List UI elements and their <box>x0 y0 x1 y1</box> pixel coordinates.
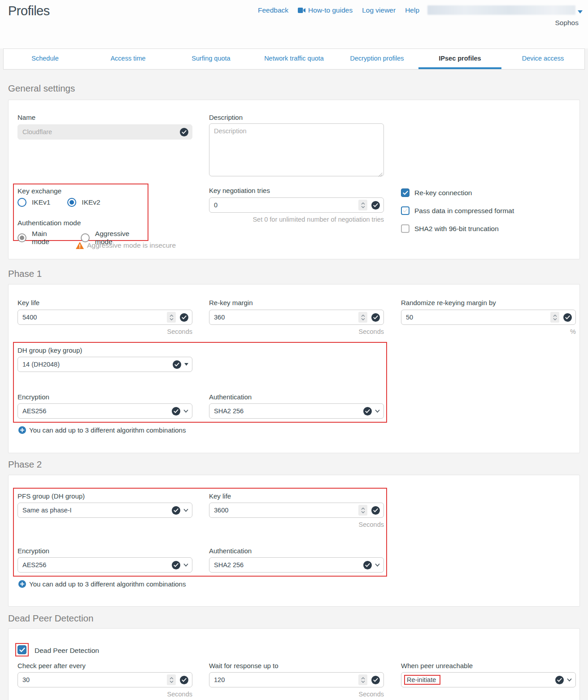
tab-network-traffic-quota[interactable]: Network traffic quota <box>253 49 335 69</box>
dpd-check-peer-label: Check peer after every <box>17 662 86 669</box>
p2-pfs-group-label: PFS group (DH group) <box>17 492 85 500</box>
p2-add-combination-note: You can add up to 3 different algorithm … <box>29 580 186 588</box>
p2-encryption-value: AES256 <box>22 561 172 569</box>
chevron-down-icon <box>183 409 188 413</box>
name-input: Cloudflare <box>17 124 192 140</box>
p2-authentication-value: SHA2 256 <box>214 561 363 569</box>
stepper-control[interactable] <box>550 312 559 323</box>
valid-check-icon <box>172 506 180 515</box>
stepper-control[interactable] <box>167 674 176 685</box>
resize-handle-icon[interactable] <box>378 171 383 179</box>
compressed-format-row: Pass data in compressed format <box>401 206 514 215</box>
p2-key-life-label: Key life <box>209 492 231 500</box>
p1-randomize-value[interactable] <box>406 314 550 321</box>
tab-device-access[interactable]: Device access <box>501 49 584 69</box>
radio-ikev2[interactable] <box>67 198 76 207</box>
tab-surfing-quota[interactable]: Surfing quota <box>170 49 253 69</box>
sha2-truncation-label: SHA2 with 96-bit truncation <box>414 225 499 233</box>
p1-add-combination: You can add up to 3 different algorithm … <box>18 426 186 434</box>
chevron-down-icon <box>375 563 380 567</box>
account-menu-caret-icon[interactable] <box>578 8 583 16</box>
stepper-control[interactable] <box>358 200 367 210</box>
p1-rekey-margin-value[interactable] <box>214 314 358 321</box>
stepper-control[interactable] <box>167 312 176 323</box>
dpd-wait-label: Wait for response up to <box>209 662 279 669</box>
dpd-check-peer-unit: Seconds <box>17 691 192 698</box>
tab-access-time[interactable]: Access time <box>87 49 170 69</box>
add-circle-icon[interactable] <box>18 580 26 588</box>
dpd-unreachable-value: Re-initiate <box>404 675 440 685</box>
p2-authentication-dropdown[interactable]: SHA2 256 <box>209 557 384 573</box>
dpd-checkbox-highlight-box <box>15 643 29 656</box>
radio-aggressive-mode[interactable] <box>81 233 90 242</box>
tab-schedule[interactable]: Schedule <box>4 49 87 69</box>
compressed-format-checkbox[interactable] <box>401 206 409 215</box>
tab-ipsec-profiles[interactable]: IPsec profiles <box>418 49 501 69</box>
p1-encryption-dropdown[interactable]: AES256 <box>17 403 192 419</box>
key-negotiation-value[interactable] <box>214 201 358 209</box>
stepper-control[interactable] <box>358 312 367 323</box>
description-label: Description <box>209 114 243 121</box>
p2-key-life-value[interactable] <box>214 507 358 514</box>
name-label: Name <box>17 114 35 121</box>
help-label: Help <box>405 6 419 14</box>
radio-ikev1-label: IKEv1 <box>32 198 50 206</box>
valid-check-icon <box>371 201 380 210</box>
chevron-down-icon <box>375 409 380 413</box>
feedback-link[interactable]: Feedback <box>258 6 288 14</box>
sha2-truncation-row: SHA2 with 96-bit truncation <box>401 224 499 233</box>
p1-authentication-value: SHA2 256 <box>214 407 363 415</box>
rekey-connection-row: Re-key connection <box>401 188 472 197</box>
valid-check-icon <box>555 676 564 684</box>
warning-triangle-icon <box>76 242 84 249</box>
p2-encryption-dropdown[interactable]: AES256 <box>17 557 192 573</box>
dpd-check-peer-value[interactable] <box>22 676 167 683</box>
p1-dh-group-dropdown[interactable]: 14 (DH2048) <box>17 357 192 372</box>
valid-check-icon <box>563 313 572 322</box>
rekey-connection-label: Re-key connection <box>414 189 472 197</box>
valid-check-icon <box>172 407 180 416</box>
p1-authentication-dropdown[interactable]: SHA2 256 <box>209 403 384 419</box>
stepper-control[interactable] <box>358 505 367 516</box>
key-exchange-highlight-box: Key exchange IKEv1 IKEv2 Authentication … <box>13 184 148 241</box>
sha2-truncation-checkbox[interactable] <box>401 224 409 233</box>
log-viewer-label: Log viewer <box>362 6 396 14</box>
help-link[interactable]: Help <box>405 6 419 14</box>
p2-pfs-group-dropdown[interactable]: Same as phase-I <box>17 503 192 518</box>
stepper-control[interactable] <box>358 674 367 685</box>
dpd-enable-checkbox[interactable] <box>17 645 26 654</box>
dpd-unreachable-dropdown[interactable]: Re-initiate <box>401 672 576 687</box>
p1-key-life-unit: Seconds <box>17 328 192 335</box>
valid-check-icon <box>172 561 180 569</box>
valid-check-icon <box>180 313 188 322</box>
chevron-down-icon <box>183 563 188 567</box>
p1-key-life-value[interactable] <box>22 314 167 321</box>
p1-rekey-margin-label: Re-key margin <box>209 299 253 306</box>
add-circle-icon[interactable] <box>18 426 26 434</box>
key-negotiation-input <box>209 197 384 213</box>
p1-algorithms-highlight-box: DH group (key group) 14 (DH2048) Encrypt… <box>13 342 387 423</box>
p2-pfs-group-value: Same as phase-I <box>22 507 172 514</box>
tab-decryption-profiles[interactable]: Decryption profiles <box>335 49 418 69</box>
description-textarea[interactable] <box>209 123 384 176</box>
account-name-redacted <box>427 5 575 15</box>
key-exchange-label: Key exchange <box>17 187 61 195</box>
header: Profiles Feedback How-to guides Log view… <box>0 0 588 48</box>
p1-key-life-label: Key life <box>17 299 39 306</box>
p1-rekey-margin-input <box>209 310 384 325</box>
chevron-down-icon <box>567 678 572 682</box>
general-settings-card: Name Cloudflare Description Key exchange… <box>8 100 580 259</box>
log-viewer-link[interactable]: Log viewer <box>362 6 396 14</box>
dpd-wait-value[interactable] <box>214 676 358 683</box>
phase2-card: PFS group (DH group) Same as phase-I Key… <box>8 475 580 607</box>
p2-key-life-input <box>209 503 384 518</box>
p2-encryption-label: Encryption <box>17 547 49 555</box>
valid-check-icon <box>173 360 181 369</box>
dpd-wait-unit: Seconds <box>209 691 384 698</box>
radio-main-mode[interactable] <box>17 233 26 242</box>
key-exchange-options: IKEv1 IKEv2 <box>17 198 100 207</box>
how-to-guides-link[interactable]: How-to guides <box>298 6 353 14</box>
dpd-enable-label: Dead Peer Detection <box>35 647 99 655</box>
rekey-connection-checkbox[interactable] <box>401 188 409 197</box>
radio-ikev1[interactable] <box>17 198 26 207</box>
